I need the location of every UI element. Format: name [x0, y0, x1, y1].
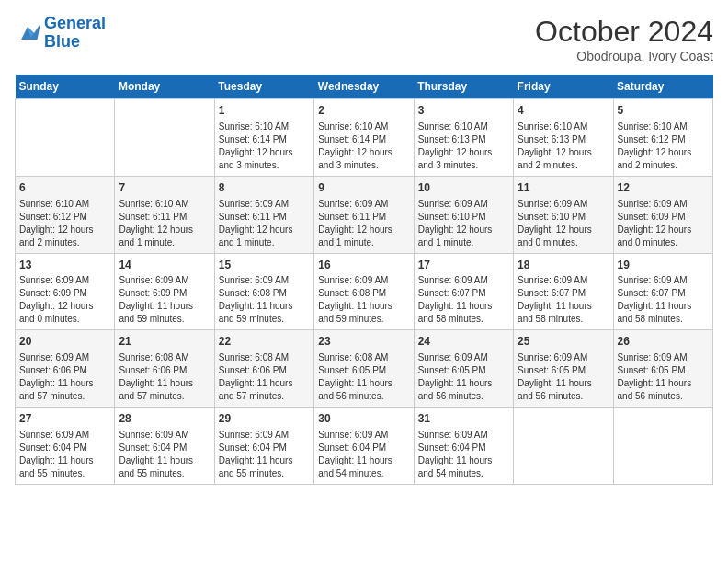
day-info: Sunrise: 6:09 AM Sunset: 6:04 PM Dayligh… [19, 429, 110, 480]
day-number: 22 [219, 334, 310, 350]
day-info: Sunrise: 6:08 AM Sunset: 6:05 PM Dayligh… [318, 351, 409, 403]
calendar-cell: 29Sunrise: 6:09 AM Sunset: 6:04 PM Dayli… [214, 408, 313, 485]
day-info: Sunrise: 6:09 AM Sunset: 6:04 PM Dayligh… [318, 429, 409, 480]
day-info: Sunrise: 6:10 AM Sunset: 6:14 PM Dayligh… [219, 121, 310, 172]
day-info: Sunrise: 6:08 AM Sunset: 6:06 PM Dayligh… [119, 351, 210, 403]
day-number: 10 [418, 180, 509, 196]
calendar-cell [514, 408, 613, 485]
day-info: Sunrise: 6:09 AM Sunset: 6:04 PM Dayligh… [119, 429, 210, 480]
calendar-cell: 23Sunrise: 6:08 AM Sunset: 6:05 PM Dayli… [314, 330, 414, 408]
day-info: Sunrise: 6:09 AM Sunset: 6:11 PM Dayligh… [318, 198, 409, 249]
day-number: 29 [219, 411, 310, 427]
calendar-cell: 22Sunrise: 6:08 AM Sunset: 6:06 PM Dayli… [214, 330, 313, 408]
calendar-cell: 30Sunrise: 6:09 AM Sunset: 6:04 PM Dayli… [314, 408, 414, 485]
day-info: Sunrise: 6:09 AM Sunset: 6:09 PM Dayligh… [618, 198, 709, 249]
day-number: 30 [318, 411, 409, 427]
day-info: Sunrise: 6:09 AM Sunset: 6:04 PM Dayligh… [219, 429, 310, 480]
header-tuesday: Tuesday [214, 75, 313, 99]
day-number: 15 [219, 258, 310, 273]
day-info: Sunrise: 6:09 AM Sunset: 6:06 PM Dayligh… [19, 351, 110, 403]
calendar-week-1: 6Sunrise: 6:10 AM Sunset: 6:12 PM Daylig… [16, 176, 713, 253]
day-info: Sunrise: 6:09 AM Sunset: 6:05 PM Dayligh… [518, 351, 609, 403]
calendar-table: Sunday Monday Tuesday Wednesday Thursday… [15, 75, 713, 485]
day-info: Sunrise: 6:09 AM Sunset: 6:09 PM Dayligh… [119, 274, 210, 326]
page-header: General Blue October 2024 Obodroupa, Ivo… [15, 15, 713, 63]
calendar-cell: 10Sunrise: 6:09 AM Sunset: 6:10 PM Dayli… [414, 176, 513, 253]
calendar-cell: 24Sunrise: 6:09 AM Sunset: 6:05 PM Dayli… [414, 330, 513, 408]
day-number: 26 [618, 334, 709, 350]
month-title: October 2024 [535, 15, 713, 49]
day-info: Sunrise: 6:09 AM Sunset: 6:08 PM Dayligh… [318, 274, 409, 326]
calendar-cell: 17Sunrise: 6:09 AM Sunset: 6:07 PM Dayli… [414, 253, 513, 330]
location-subtitle: Obodroupa, Ivory Coast [535, 49, 713, 63]
day-info: Sunrise: 6:09 AM Sunset: 6:08 PM Dayligh… [219, 274, 310, 326]
day-number: 23 [318, 334, 409, 350]
day-number: 2 [318, 103, 409, 119]
day-number: 21 [119, 334, 210, 350]
logo: General Blue [15, 15, 106, 52]
day-info: Sunrise: 6:10 AM Sunset: 6:12 PM Dayligh… [19, 198, 110, 249]
day-number: 3 [418, 103, 509, 119]
day-info: Sunrise: 6:09 AM Sunset: 6:05 PM Dayligh… [418, 351, 509, 403]
calendar-cell: 13Sunrise: 6:09 AM Sunset: 6:09 PM Dayli… [16, 253, 115, 330]
day-number: 11 [518, 180, 609, 196]
calendar-week-0: 1Sunrise: 6:10 AM Sunset: 6:14 PM Daylig… [16, 99, 713, 177]
calendar-header: Sunday Monday Tuesday Wednesday Thursday… [16, 75, 713, 99]
calendar-week-3: 20Sunrise: 6:09 AM Sunset: 6:06 PM Dayli… [16, 330, 713, 408]
calendar-week-2: 13Sunrise: 6:09 AM Sunset: 6:09 PM Dayli… [16, 253, 713, 330]
day-info: Sunrise: 6:10 AM Sunset: 6:12 PM Dayligh… [618, 121, 709, 172]
calendar-cell: 19Sunrise: 6:09 AM Sunset: 6:07 PM Dayli… [613, 253, 712, 330]
header-thursday: Thursday [414, 75, 513, 99]
calendar-cell: 26Sunrise: 6:09 AM Sunset: 6:05 PM Dayli… [613, 330, 712, 408]
calendar-cell: 6Sunrise: 6:10 AM Sunset: 6:12 PM Daylig… [16, 176, 115, 253]
day-number: 9 [318, 180, 409, 196]
calendar-cell: 4Sunrise: 6:10 AM Sunset: 6:13 PM Daylig… [514, 99, 613, 177]
calendar-cell: 1Sunrise: 6:10 AM Sunset: 6:14 PM Daylig… [214, 99, 313, 177]
title-block: October 2024 Obodroupa, Ivory Coast [535, 15, 713, 63]
day-number: 31 [418, 411, 509, 427]
header-monday: Monday [115, 75, 214, 99]
day-info: Sunrise: 6:10 AM Sunset: 6:13 PM Dayligh… [418, 121, 509, 172]
day-number: 12 [618, 180, 709, 196]
day-info: Sunrise: 6:09 AM Sunset: 6:11 PM Dayligh… [219, 198, 310, 249]
calendar-week-4: 27Sunrise: 6:09 AM Sunset: 6:04 PM Dayli… [16, 408, 713, 485]
calendar-cell [16, 99, 115, 177]
day-info: Sunrise: 6:09 AM Sunset: 6:07 PM Dayligh… [518, 274, 609, 326]
header-friday: Friday [514, 75, 613, 99]
day-number: 25 [518, 334, 609, 350]
calendar-cell: 28Sunrise: 6:09 AM Sunset: 6:04 PM Dayli… [115, 408, 214, 485]
day-number: 4 [518, 103, 609, 119]
day-number: 24 [418, 334, 509, 350]
day-info: Sunrise: 6:09 AM Sunset: 6:10 PM Dayligh… [518, 198, 609, 249]
calendar-cell: 9Sunrise: 6:09 AM Sunset: 6:11 PM Daylig… [314, 176, 414, 253]
day-number: 27 [19, 411, 110, 427]
calendar-cell: 5Sunrise: 6:10 AM Sunset: 6:12 PM Daylig… [613, 99, 712, 177]
calendar-cell: 15Sunrise: 6:09 AM Sunset: 6:08 PM Dayli… [214, 253, 313, 330]
day-info: Sunrise: 6:09 AM Sunset: 6:07 PM Dayligh… [418, 274, 509, 326]
calendar-cell: 12Sunrise: 6:09 AM Sunset: 6:09 PM Dayli… [613, 176, 712, 253]
calendar-cell: 16Sunrise: 6:09 AM Sunset: 6:08 PM Dayli… [314, 253, 414, 330]
logo-icon [15, 20, 40, 46]
day-info: Sunrise: 6:10 AM Sunset: 6:13 PM Dayligh… [518, 121, 609, 172]
header-wednesday: Wednesday [314, 75, 414, 99]
day-number: 13 [19, 258, 110, 273]
calendar-cell: 3Sunrise: 6:10 AM Sunset: 6:13 PM Daylig… [414, 99, 513, 177]
calendar-cell: 31Sunrise: 6:09 AM Sunset: 6:04 PM Dayli… [414, 408, 513, 485]
day-number: 20 [19, 334, 110, 350]
day-number: 28 [119, 411, 210, 427]
day-number: 7 [119, 180, 210, 196]
logo-text: General Blue [44, 15, 106, 52]
calendar-cell: 27Sunrise: 6:09 AM Sunset: 6:04 PM Dayli… [16, 408, 115, 485]
day-info: Sunrise: 6:08 AM Sunset: 6:06 PM Dayligh… [219, 351, 310, 403]
day-info: Sunrise: 6:09 AM Sunset: 6:09 PM Dayligh… [19, 274, 110, 326]
day-number: 1 [219, 103, 310, 119]
day-number: 8 [219, 180, 310, 196]
day-info: Sunrise: 6:09 AM Sunset: 6:10 PM Dayligh… [418, 198, 509, 249]
day-number: 16 [318, 258, 409, 273]
calendar-body: 1Sunrise: 6:10 AM Sunset: 6:14 PM Daylig… [16, 99, 713, 485]
calendar-cell: 11Sunrise: 6:09 AM Sunset: 6:10 PM Dayli… [514, 176, 613, 253]
day-number: 6 [19, 180, 110, 196]
day-number: 17 [418, 258, 509, 273]
day-number: 5 [618, 103, 709, 119]
day-number: 19 [618, 258, 709, 273]
